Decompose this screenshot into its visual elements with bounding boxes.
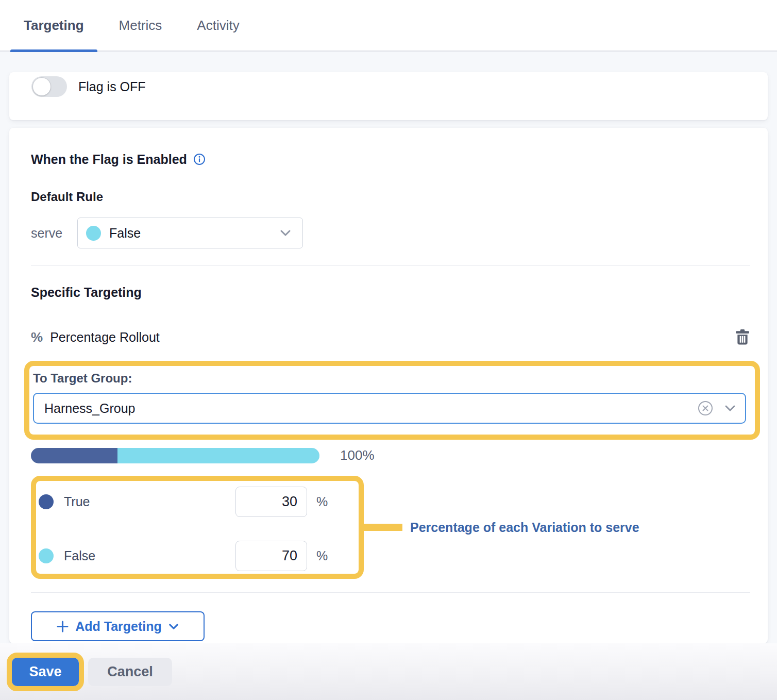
add-targeting-label: Add Targeting	[75, 619, 162, 634]
clear-circle-x-icon	[698, 401, 713, 416]
flag-toggle-label: Flag is OFF	[78, 79, 146, 94]
page-body: Flag is OFF When the Flag is Enabled Def…	[0, 52, 777, 643]
tab-activity[interactable]: Activity	[183, 0, 252, 51]
plus-icon	[57, 621, 69, 632]
default-rule-serve-row: serve False	[31, 218, 750, 248]
default-rule-heading: Default Rule	[31, 190, 750, 204]
variation-name: True	[64, 494, 90, 509]
target-group-input[interactable]	[44, 401, 698, 416]
tab-targeting-label: Targeting	[24, 18, 84, 34]
target-group-label: To Target Group:	[33, 371, 746, 386]
tab-activity-label: Activity	[197, 18, 239, 34]
delete-rollout-button[interactable]	[736, 329, 749, 345]
add-targeting-button[interactable]: Add Targeting	[31, 611, 205, 641]
percent-icon: %	[31, 329, 43, 345]
variation-color-dot	[39, 548, 54, 563]
variation-weight-input-true[interactable]	[235, 487, 307, 517]
target-group-select[interactable]	[33, 393, 746, 424]
info-icon[interactable]	[193, 153, 206, 165]
chevron-down-icon	[724, 405, 736, 412]
weight-distribution-bar	[31, 448, 319, 463]
default-variation-value: False	[109, 226, 141, 241]
flag-toggle-switch[interactable]	[31, 76, 67, 97]
target-group-highlight-box: To Target Group:	[24, 361, 760, 440]
variation-color-dot	[39, 494, 54, 509]
action-footer: Save Cancel	[0, 643, 777, 700]
total-percentage-label: 100%	[340, 447, 375, 463]
clear-selection-button[interactable]	[698, 401, 713, 416]
divider	[31, 265, 750, 266]
toggle-knob	[32, 77, 51, 96]
variation-name: False	[64, 548, 95, 563]
percent-unit-label: %	[316, 548, 329, 563]
bar-segment-false	[117, 448, 319, 463]
divider	[31, 592, 750, 593]
targeting-rules-card: When the Flag is Enabled Default Rule se…	[9, 128, 768, 643]
save-button[interactable]: Save	[12, 658, 79, 686]
variation-color-dot	[86, 226, 101, 241]
target-group-dropdown-button[interactable]	[724, 405, 736, 412]
weight-distribution-row: 100%	[31, 447, 750, 463]
variation-weight-input-false[interactable]	[235, 541, 307, 571]
cancel-button[interactable]: Cancel	[88, 658, 172, 686]
tab-metrics-label: Metrics	[119, 18, 162, 34]
annotation-connector-line	[364, 524, 402, 531]
default-variation-select[interactable]: False	[77, 218, 303, 248]
serve-label: serve	[31, 226, 77, 241]
save-highlight-ring: Save	[7, 653, 84, 691]
tab-metrics[interactable]: Metrics	[106, 0, 176, 51]
percentage-rollout-title: Percentage Rollout	[50, 330, 160, 345]
flag-toggle-row: Flag is OFF	[31, 76, 146, 97]
specific-targeting-heading: Specific Targeting	[31, 285, 750, 300]
flag-state-card: Flag is OFF	[9, 72, 768, 120]
chevron-down-icon	[280, 229, 291, 237]
tab-bar: Targeting Metrics Activity	[0, 0, 777, 52]
variations-highlight-box: True % False %	[31, 476, 364, 579]
enabled-section-title: When the Flag is Enabled	[31, 152, 187, 167]
variation-row-true: True %	[39, 486, 329, 517]
variations-section: True % False % Percentage of each Variat…	[31, 476, 750, 579]
trash-icon	[736, 329, 749, 345]
annotation-label: Percentage of each Variation to serve	[410, 520, 639, 535]
variation-row-false: False %	[39, 540, 329, 571]
percentage-rollout-header: % Percentage Rollout	[31, 329, 750, 345]
bar-segment-true	[31, 448, 117, 463]
chevron-down-icon	[168, 623, 179, 630]
tab-targeting[interactable]: Targeting	[10, 0, 97, 51]
percent-unit-label: %	[316, 494, 329, 509]
